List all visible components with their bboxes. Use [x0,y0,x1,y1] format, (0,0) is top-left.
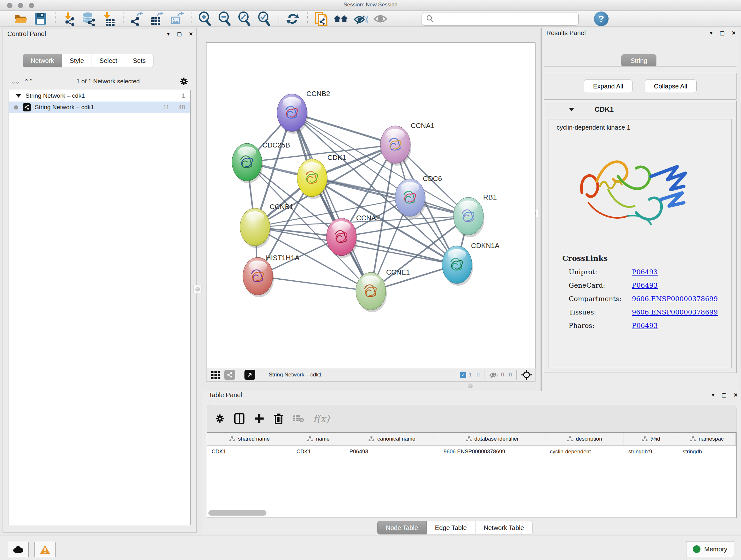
network-collection-row[interactable]: String Network – cdk1 1 [9,90,190,102]
collapse-all-button[interactable]: Collapse All [645,79,697,93]
collapse-panel-icon[interactable]: ▾ [710,30,713,36]
export-image-button[interactable] [169,12,184,25]
delete-column-button[interactable] [273,413,284,424]
collection-expanded-icon[interactable] [16,94,21,98]
import-network-from-database-button[interactable] [81,12,96,25]
collapse-panel-icon[interactable]: ▾ [167,31,170,37]
column-header-database-identifier[interactable]: database identifier [439,433,545,445]
tab-edge-table[interactable]: Edge Table [427,521,475,535]
refresh-button[interactable] [285,12,300,25]
selected-checkbox-icon[interactable]: ✓ [460,372,466,378]
grid-view-icon[interactable] [211,370,220,379]
network-node-CCNB1[interactable] [240,208,271,248]
network-view-canvas[interactable]: CCNB2CCNA1CDC25BCDK1CDC6RB1CCNB1CCNA2CDK… [206,43,536,368]
expand-all-networks-icon[interactable]: ⌄⌄ [10,78,19,85]
table-cell[interactable]: P06493 [345,446,439,458]
crosslink-link[interactable]: 9606.ENSP00000378699 [632,295,718,303]
hide-selected-button[interactable] [353,12,368,25]
close-panel-icon[interactable]: ✕ [732,30,736,36]
left-splitter-handle[interactable] [193,285,202,294]
show-all-nodes-button[interactable] [333,12,348,25]
open-session-button[interactable] [13,12,28,25]
network-node-CDK1[interactable] [297,159,328,199]
network-options-gear-icon[interactable] [179,77,189,86]
export-table-button[interactable] [149,12,164,25]
tab-style[interactable]: Style [62,54,91,67]
zoom-in-button[interactable] [198,12,212,25]
network-row[interactable]: String Network – cdk1 11 48 [9,102,190,113]
memory-button[interactable]: Memory [686,541,734,557]
network-node-CCNE1[interactable] [356,272,387,312]
export-network-button[interactable] [130,12,144,25]
expand-all-button[interactable]: Expand All [584,79,632,93]
crosslink-link[interactable]: P06493 [632,268,658,276]
table-cell[interactable]: 9606.ENSP00000378699 [439,446,545,458]
save-session-button[interactable] [33,12,48,25]
column-header--id[interactable]: @id [624,433,678,445]
column-header-namespac[interactable]: namespac [678,433,736,445]
zoom-selected-button[interactable] [257,12,272,25]
import-network-button[interactable] [62,12,76,25]
network-node-CDKN1A[interactable] [442,246,473,286]
crosslink-row: GeneCard:P06493 [569,282,731,289]
network-node-HIST1H1A[interactable] [243,257,274,297]
show-hidden-button[interactable] [373,12,388,25]
network-node-count: 11 [163,104,170,111]
crosslink-link[interactable]: 9606.ENSP00000378699 [632,308,718,316]
tab-sets[interactable]: Sets [125,54,153,67]
search-box[interactable] [421,12,579,25]
warnings-button[interactable] [35,542,56,557]
create-column-button[interactable] [254,413,265,424]
network-node-RB1[interactable] [454,197,484,237]
network-edge-HIST1H1A-CCNE1 [258,276,371,291]
crosslink-link[interactable]: P06493 [632,282,658,289]
help-button[interactable]: ? [594,11,609,26]
close-panel-icon[interactable]: ✕ [734,392,738,398]
float-panel-icon[interactable]: ▢ [722,392,727,398]
table-cell[interactable]: CDK1 [207,446,292,458]
table-cell[interactable]: stringdb:9... [624,446,678,458]
clone-network-button[interactable] [314,12,328,25]
show-columns-button[interactable] [234,413,245,424]
node-label-CCNA1: CCNA1 [411,122,434,130]
search-input[interactable] [434,15,569,22]
table-cell[interactable]: stringdb [678,446,736,458]
gene-entry-header[interactable]: CDK1 [544,101,736,118]
table-cell[interactable]: cyclin-dependent ... [545,446,624,458]
crosshair-icon[interactable] [521,369,532,380]
network-share-view-icon[interactable] [224,370,235,380]
cloud-status-button[interactable] [8,542,29,557]
horizontal-scrollbar-thumb[interactable] [208,510,266,516]
tab-node-table[interactable]: Node Table [377,521,427,535]
network-edge-CCNB2-CCNE1 [292,113,371,291]
network-node-CCNB2[interactable] [277,94,308,134]
tab-network-table[interactable]: Network Table [475,521,533,535]
import-table-button[interactable] [101,12,116,25]
entry-expanded-icon[interactable] [569,108,574,111]
column-header-shared-name[interactable]: shared name [207,433,292,445]
zoom-out-button[interactable] [217,12,232,25]
table-row[interactable]: CDK1CDK1P064939606.ENSP00000378699cyclin… [207,446,736,458]
table-cell[interactable]: CDK1 [292,446,345,458]
tab-select[interactable]: Select [92,54,125,67]
column-header-name[interactable]: name [292,433,345,445]
column-header-description[interactable]: description [545,433,624,445]
crosslink-row: Compartments:9606.ENSP00000378699 [569,295,731,303]
network-node-CCNA1[interactable] [381,126,411,166]
birdseye-view-icon[interactable] [245,370,255,380]
table-splitter-handle[interactable] [468,383,473,388]
crosslink-link[interactable]: P06493 [632,322,658,329]
network-node-CCNA2[interactable] [327,218,357,258]
tab-network[interactable]: Network [23,54,62,67]
column-header-canonical-name[interactable]: canonical name [345,433,439,445]
float-panel-icon[interactable]: ▢ [177,30,182,37]
collapse-panel-icon[interactable]: ▾ [712,392,715,398]
table-options-button[interactable] [215,414,225,424]
close-panel-icon[interactable]: ✕ [189,31,193,37]
float-panel-icon[interactable]: ▢ [720,30,725,37]
zoom-fit-button[interactable] [237,12,252,25]
toolbar-separator [279,12,280,25]
tab-string[interactable]: String [621,54,657,67]
crosslink-label: Uniprot: [569,268,632,276]
collapse-all-networks-icon[interactable]: ⌃⌃ [24,78,33,85]
